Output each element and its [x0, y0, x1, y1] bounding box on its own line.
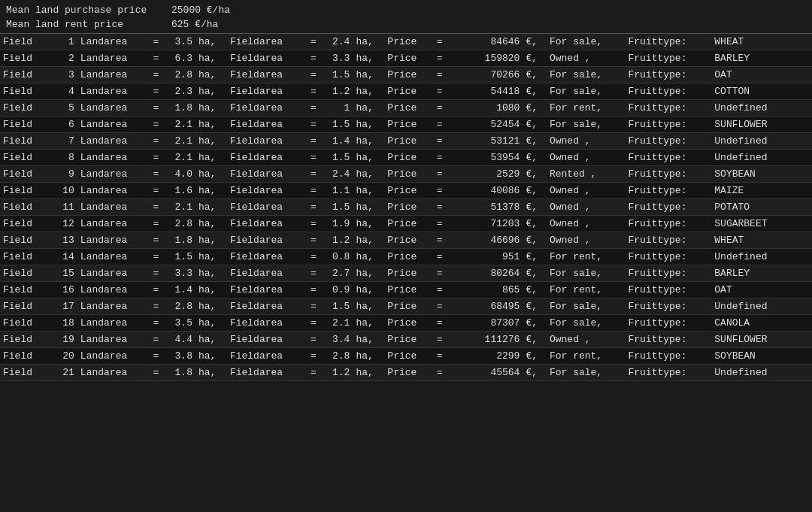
currency: €, — [523, 315, 547, 332]
fieldarea-value: 1.2 — [321, 365, 353, 381]
ha1: ha, — [195, 298, 227, 315]
price-label: Price — [384, 67, 432, 83]
field-label: Field — [0, 315, 47, 332]
fields-table: Field 1 Landarea = 3.5 ha, Fieldarea = 2… — [0, 33, 812, 381]
landarea-value: 3.3 — [164, 265, 195, 282]
landarea-value: 1.8 — [164, 365, 195, 381]
price-label: Price — [384, 332, 432, 348]
eq1: = — [148, 348, 164, 365]
fieldarea-value: 1.5 — [321, 67, 353, 83]
ha1: ha, — [195, 249, 227, 265]
field-label: Field — [0, 133, 47, 150]
landarea-value: 3.5 — [164, 315, 195, 332]
ha2: ha, — [353, 117, 384, 133]
fieldarea-value: 1.5 — [321, 199, 353, 216]
eq1: = — [148, 50, 164, 67]
fruittype-label: Fruittype: — [625, 365, 711, 381]
field-label: Field — [0, 365, 47, 381]
eq2: = — [305, 332, 321, 348]
purchase-value: 25000 €/ha — [171, 5, 230, 16]
table-row: Field 12 Landarea = 2.8 ha, Fieldarea = … — [0, 216, 812, 232]
ha2: ha, — [353, 265, 384, 282]
fruittype-value: POTATO — [711, 199, 812, 216]
field-label: Field — [0, 282, 47, 298]
price-value: 46696 — [447, 232, 523, 249]
fieldarea-value: 2.4 — [321, 34, 353, 50]
eq3: = — [432, 150, 447, 166]
table-row: Field 8 Landarea = 2.1 ha, Fieldarea = 1… — [0, 150, 812, 166]
fruittype-label: Fruittype: — [625, 83, 711, 100]
currency: €, — [523, 150, 547, 166]
ha2: ha, — [353, 100, 384, 117]
ha2: ha, — [353, 332, 384, 348]
eq1: = — [148, 249, 164, 265]
currency: €, — [523, 216, 547, 232]
eq3: = — [432, 216, 447, 232]
price-value: 45564 — [447, 365, 523, 381]
landarea-label: Landarea — [77, 199, 148, 216]
fruittype-label: Fruittype: — [625, 50, 711, 67]
eq1: = — [148, 365, 164, 381]
price-label: Price — [384, 150, 432, 166]
landarea-value: 3.8 — [164, 348, 195, 365]
ha1: ha, — [195, 50, 227, 67]
field-label: Field — [0, 83, 47, 100]
ha1: ha, — [195, 348, 227, 365]
fieldarea-value: 2.8 — [321, 348, 353, 365]
eq3: = — [432, 265, 447, 282]
landarea-value: 1.5 — [164, 249, 195, 265]
landarea-label: Landarea — [77, 117, 148, 133]
landarea-value: 2.1 — [164, 150, 195, 166]
field-label: Field — [0, 332, 47, 348]
landarea-value: 1.8 — [164, 232, 195, 249]
fieldarea-label: Fieldarea — [227, 133, 305, 150]
field-number: 1 — [47, 34, 77, 50]
field-number: 3 — [47, 67, 77, 83]
fieldarea-label: Fieldarea — [227, 232, 305, 249]
fruittype-label: Fruittype: — [625, 332, 711, 348]
field-label: Field — [0, 265, 47, 282]
eq2: = — [305, 298, 321, 315]
landarea-label: Landarea — [77, 249, 148, 265]
table-row: Field 7 Landarea = 2.1 ha, Fieldarea = 1… — [0, 133, 812, 150]
price-label: Price — [384, 249, 432, 265]
fruittype-label: Fruittype: — [625, 249, 711, 265]
ha2: ha, — [353, 232, 384, 249]
fruittype-label: Fruittype: — [625, 298, 711, 315]
table-row: Field 14 Landarea = 1.5 ha, Fieldarea = … — [0, 249, 812, 265]
ha1: ha, — [195, 332, 227, 348]
field-number: 15 — [47, 265, 77, 282]
summary-section: Mean land purchase price 25000 €/ha Mean… — [0, 0, 812, 33]
landarea-label: Landarea — [77, 282, 148, 298]
price-value: 51378 — [447, 199, 523, 216]
fruittype-label: Fruittype: — [625, 199, 711, 216]
fruittype-label: Fruittype: — [625, 150, 711, 166]
eq1: = — [148, 216, 164, 232]
rent-row: Mean land rent price 625 €/ha — [6, 17, 806, 32]
price-label: Price — [384, 50, 432, 67]
price-label: Price — [384, 117, 432, 133]
table-row: Field 21 Landarea = 1.8 ha, Fieldarea = … — [0, 365, 812, 381]
eq1: = — [148, 183, 164, 199]
ha1: ha, — [195, 199, 227, 216]
eq3: = — [432, 282, 447, 298]
fruittype-value: OAT — [711, 282, 812, 298]
price-label: Price — [384, 348, 432, 365]
eq1: = — [148, 83, 164, 100]
price-label: Price — [384, 315, 432, 332]
landarea-value: 2.1 — [164, 133, 195, 150]
price-label: Price — [384, 232, 432, 249]
fruittype-label: Fruittype: — [625, 348, 711, 365]
fruittype-value: CANOLA — [711, 315, 812, 332]
currency: €, — [523, 133, 547, 150]
ha2: ha, — [353, 34, 384, 50]
table-row: Field 9 Landarea = 4.0 ha, Fieldarea = 2… — [0, 166, 812, 183]
currency: €, — [523, 298, 547, 315]
fieldarea-value: 1.9 — [321, 216, 353, 232]
fieldarea-value: 2.4 — [321, 166, 353, 183]
field-number: 17 — [47, 298, 77, 315]
fruittype-value: SOYBEAN — [711, 348, 812, 365]
landarea-label: Landarea — [77, 67, 148, 83]
eq3: = — [432, 183, 447, 199]
landarea-label: Landarea — [77, 298, 148, 315]
